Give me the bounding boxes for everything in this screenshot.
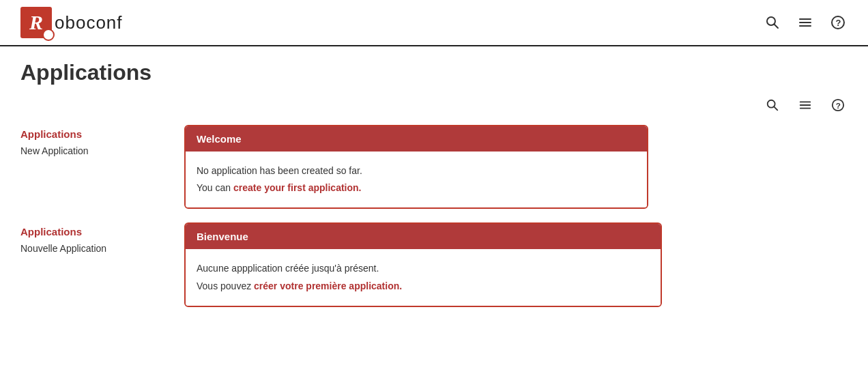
lower-sidebar-nouvelle[interactable]: Nouvelle Application xyxy=(20,243,171,254)
bienvenu-line1: Aucune appplication créée jusqu'à présen… xyxy=(197,260,650,277)
top-bar: R oboconf ? xyxy=(0,0,868,46)
svg-text:?: ? xyxy=(836,101,841,111)
main-layout: Applications New Application Welcome No … xyxy=(0,118,868,216)
search-icon xyxy=(765,15,780,30)
top-search-button[interactable] xyxy=(763,13,782,32)
svg-rect-11 xyxy=(800,108,811,109)
welcome-card-header: Welcome xyxy=(186,126,647,152)
logo-letter: R xyxy=(29,11,43,34)
svg-line-1 xyxy=(775,25,779,29)
lower-sidebar: Applications Nouvelle Application xyxy=(20,222,171,306)
svg-rect-2 xyxy=(799,18,811,20)
svg-rect-3 xyxy=(799,22,811,23)
bienvenu-card: Bienvenue Aucune appplication créée jusq… xyxy=(184,222,662,306)
bienvenu-line2: Vous pouvez créer votre première applica… xyxy=(197,278,650,295)
top-help-button[interactable]: ? xyxy=(828,13,848,32)
welcome-line2: You can create your first application. xyxy=(197,179,636,197)
lower-content: Bienvenue Aucune appplication créée jusq… xyxy=(184,222,848,306)
top-icons: ? xyxy=(763,13,848,32)
creer-premiere-app-link[interactable]: créer votre première application. xyxy=(254,280,402,291)
content-area: Welcome No application has been created … xyxy=(184,125,848,209)
secondary-search-button[interactable] xyxy=(763,96,782,115)
welcome-line2-prefix: You can xyxy=(197,182,233,193)
welcome-line1: No application has been created so far. xyxy=(197,162,636,179)
secondary-help-button[interactable]: ? xyxy=(828,96,848,115)
bienvenu-card-body: Aucune appplication créée jusqu'à présen… xyxy=(186,249,661,305)
lower-sidebar-applications[interactable]: Applications xyxy=(20,226,171,237)
welcome-card-body: No application has been created so far. … xyxy=(186,152,647,207)
secondary-list-button[interactable] xyxy=(796,96,815,115)
sidebar-item-new-application[interactable]: New Application xyxy=(20,145,171,156)
svg-line-8 xyxy=(774,106,777,110)
lower-section: Applications Nouvelle Application Bienve… xyxy=(0,216,868,313)
page-title: Applications xyxy=(20,60,848,85)
logo-icon: R xyxy=(20,7,52,38)
svg-rect-10 xyxy=(800,104,811,106)
help-icon-secondary: ? xyxy=(831,98,845,112)
bienvenu-line2-prefix: Vous pouvez xyxy=(197,280,254,291)
logo-area: R oboconf xyxy=(20,7,123,38)
svg-rect-4 xyxy=(799,25,811,27)
create-first-app-link[interactable]: create your first application. xyxy=(233,182,362,193)
bienvenu-card-header: Bienvenue xyxy=(186,224,661,249)
svg-rect-9 xyxy=(800,102,811,103)
logo-name: oboconf xyxy=(55,12,123,33)
secondary-icons-row: ? xyxy=(0,92,868,118)
page-heading: Applications xyxy=(0,46,868,92)
sidebar: Applications New Application xyxy=(20,125,171,209)
svg-text:?: ? xyxy=(836,18,841,28)
top-list-button[interactable] xyxy=(796,13,815,32)
search-icon-secondary xyxy=(766,98,779,112)
help-icon: ? xyxy=(830,15,845,30)
list-icon-secondary xyxy=(798,98,812,112)
list-icon xyxy=(798,15,813,30)
sidebar-item-applications[interactable]: Applications xyxy=(20,128,171,140)
welcome-card: Welcome No application has been created … xyxy=(184,125,648,209)
